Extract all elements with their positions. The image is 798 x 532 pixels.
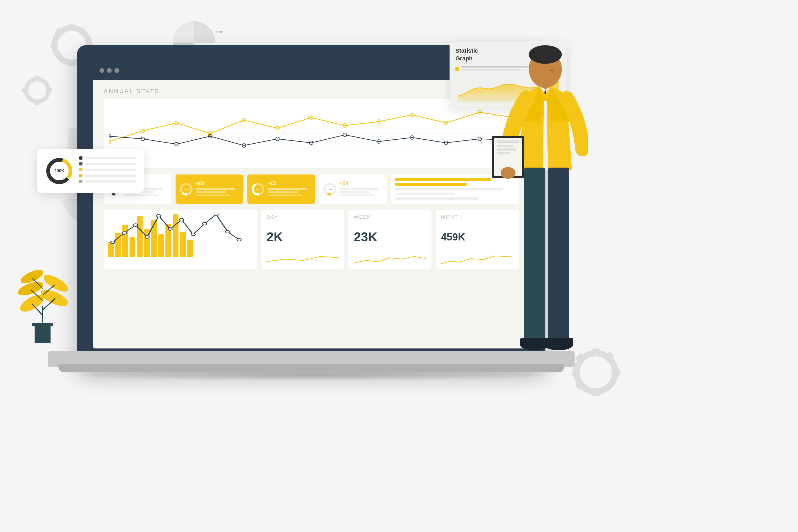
person-svg bbox=[476, 37, 588, 378]
svg-rect-100 bbox=[548, 168, 569, 341]
dot-2 bbox=[107, 68, 112, 73]
stat-card-2: 15% +02 bbox=[175, 174, 243, 204]
svg-text:45%: 45% bbox=[255, 188, 261, 191]
svg-rect-103 bbox=[497, 140, 519, 143]
svg-rect-99 bbox=[524, 168, 545, 341]
svg-rect-15 bbox=[48, 88, 52, 93]
svg-point-70 bbox=[191, 233, 195, 236]
dot-yellow-1 bbox=[79, 168, 82, 171]
card-line-item-1 bbox=[79, 156, 136, 159]
metric-card-day: DAY 2K bbox=[261, 210, 344, 269]
svg-point-71 bbox=[203, 222, 207, 225]
bottom-row: DAY 2K WEEK 23K bbox=[104, 210, 519, 269]
person-businessman bbox=[476, 37, 588, 378]
svg-rect-14 bbox=[22, 88, 27, 93]
svg-point-69 bbox=[179, 218, 184, 221]
stat-lines-2: +02 bbox=[196, 180, 240, 198]
week-mini-chart bbox=[354, 254, 426, 264]
svg-point-68 bbox=[168, 228, 172, 230]
svg-rect-117 bbox=[612, 369, 620, 376]
bar-yellow-2 bbox=[84, 174, 136, 177]
day-value: 2K bbox=[267, 231, 339, 243]
stat-num-2: +02 bbox=[196, 180, 240, 187]
stats-cards-row: 10% +01 15% bbox=[104, 174, 519, 204]
svg-text:10%: 10% bbox=[327, 188, 332, 191]
svg-point-63 bbox=[111, 241, 115, 244]
day-label: DAY bbox=[267, 214, 339, 220]
dot-1 bbox=[99, 68, 104, 73]
plant bbox=[16, 240, 69, 347]
svg-point-94 bbox=[550, 70, 554, 71]
svg-point-73 bbox=[226, 230, 230, 233]
bar-dark-2 bbox=[84, 163, 136, 165]
stat-lines-3: +03 bbox=[268, 180, 311, 198]
card-lines-200k bbox=[79, 156, 136, 186]
svg-rect-111 bbox=[544, 338, 573, 346]
donut-4: 10% bbox=[323, 182, 337, 196]
screen-content: ANNUAL STATS bbox=[93, 80, 529, 348]
stat-num-4: +04 bbox=[339, 180, 383, 187]
svg-point-66 bbox=[145, 236, 149, 238]
svg-text:15%: 15% bbox=[184, 188, 189, 191]
metric-card-week: WEEK 23K bbox=[348, 210, 432, 269]
main-scene: 5 bbox=[0, 0, 798, 532]
line-chart-svg bbox=[109, 104, 513, 163]
dot-yellow-2 bbox=[79, 174, 82, 177]
day-mini-chart bbox=[267, 254, 339, 264]
svg-rect-4 bbox=[51, 42, 57, 48]
bar-yellow-1 bbox=[84, 169, 136, 171]
svg-point-67 bbox=[156, 214, 161, 217]
svg-rect-115 bbox=[592, 388, 600, 396]
stat-card-3: 45% +03 bbox=[247, 174, 315, 204]
svg-point-1 bbox=[64, 38, 79, 53]
svg-rect-79 bbox=[35, 324, 51, 343]
svg-rect-106 bbox=[497, 152, 510, 154]
dot-dark bbox=[79, 156, 82, 159]
svg-text:200K: 200K bbox=[54, 169, 65, 173]
svg-point-107 bbox=[500, 167, 515, 179]
dot-3 bbox=[114, 68, 119, 73]
bar-chart-card bbox=[104, 210, 257, 269]
plant-svg bbox=[16, 240, 69, 346]
bar-chart-line bbox=[108, 214, 253, 257]
legend-dot-yellow bbox=[455, 67, 459, 71]
svg-point-74 bbox=[237, 238, 241, 241]
svg-rect-2 bbox=[69, 24, 75, 30]
svg-rect-105 bbox=[497, 148, 517, 151]
svg-rect-13 bbox=[35, 100, 39, 105]
svg-point-113 bbox=[588, 364, 604, 380]
svg-point-72 bbox=[214, 214, 218, 216]
svg-point-11 bbox=[33, 86, 42, 95]
svg-point-17 bbox=[220, 31, 222, 33]
donut-200k-chart: 200K bbox=[45, 156, 74, 186]
dot-light bbox=[79, 180, 82, 183]
stat-card-4: 10% +04 bbox=[319, 174, 387, 204]
svg-rect-12 bbox=[35, 76, 39, 80]
bar-light bbox=[84, 180, 136, 183]
line-chart-area bbox=[104, 99, 519, 168]
stat-lines-4: +04 bbox=[339, 180, 383, 198]
gear-small-left bbox=[21, 75, 53, 108]
week-label: WEEK bbox=[354, 214, 426, 220]
card-line-item-5 bbox=[79, 180, 136, 183]
svg-point-65 bbox=[134, 224, 138, 226]
bar-dark-1 bbox=[84, 157, 136, 159]
floating-card-200k: 200K bbox=[37, 149, 144, 193]
stat-num-3: +03 bbox=[268, 180, 311, 187]
svg-rect-104 bbox=[497, 145, 513, 147]
card-line-item-3 bbox=[79, 168, 136, 171]
svg-rect-3 bbox=[69, 60, 75, 66]
donut-2: 15% bbox=[179, 182, 193, 196]
svg-rect-114 bbox=[592, 348, 600, 357]
dot-mid bbox=[79, 162, 82, 166]
week-value: 23K bbox=[354, 231, 426, 243]
svg-point-64 bbox=[122, 232, 126, 234]
card-line-item-2 bbox=[79, 162, 136, 166]
donut-3: 45% bbox=[251, 182, 265, 196]
svg-point-93 bbox=[529, 45, 562, 64]
card-line-item-4 bbox=[79, 174, 136, 177]
